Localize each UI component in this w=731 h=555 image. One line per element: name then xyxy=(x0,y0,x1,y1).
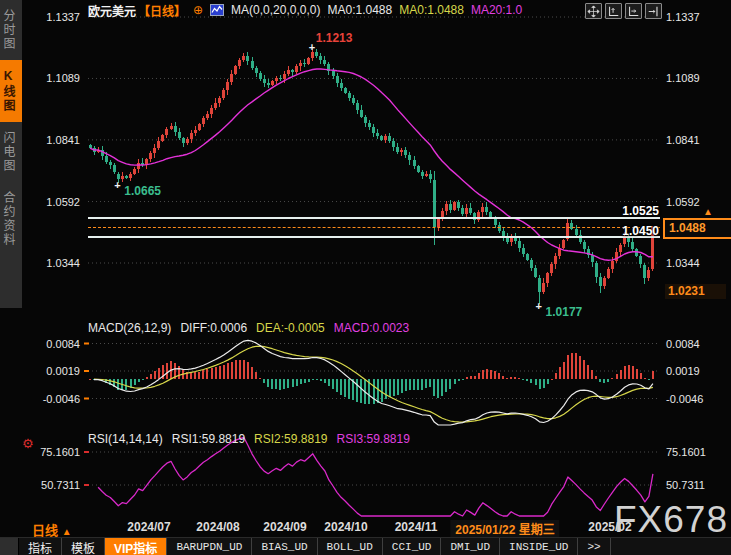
macd-diff-value: DIFF:0.0006 xyxy=(180,321,247,335)
y-axis-label: 0.0019 xyxy=(666,365,726,377)
ma0-value: MA0:1.0488 xyxy=(327,3,392,17)
tab-5[interactable]: BOLL_UD xyxy=(318,538,383,555)
annotation-high: 1.1213 xyxy=(316,31,353,45)
sidebar-item-3[interactable]: 合约资料 xyxy=(0,182,22,256)
sidebar: 分时图K线图闪电图合约资料 xyxy=(0,0,22,308)
y-axis-label: 1.0592 xyxy=(666,196,726,208)
app-window: 分时图K线图闪电图合约资料 欧元美元【日线】 ⊕ MA(0,0,20,0,0,0… xyxy=(0,0,731,555)
lower-ref-badge: 1.0231 xyxy=(665,284,726,299)
support-line[interactable] xyxy=(88,236,660,238)
rsi-name: RSI(14,14,14) xyxy=(88,432,163,446)
resistance-line-label: 1.0525 xyxy=(622,204,659,218)
y-axis-label: 1.0344 xyxy=(26,257,80,269)
y-axis-label: 0.0084 xyxy=(666,338,726,350)
sidebar-item-0[interactable]: 分时图 xyxy=(0,0,22,60)
x-axis-date-tick: 2024/07 xyxy=(127,520,170,534)
y-axis-label: 75.1601 xyxy=(666,446,726,458)
y-axis-label: 1.0592 xyxy=(26,196,80,208)
rsi2-value: RSI2:59.8819 xyxy=(254,432,327,446)
pan-icon[interactable] xyxy=(585,3,602,19)
rsi1-value: RSI1:59.8819 xyxy=(172,432,245,446)
macd-dea-value: DEA:-0.0005 xyxy=(256,321,325,335)
x-axis-date-tick: 2024/08 xyxy=(196,520,239,534)
tab-8[interactable]: INSIDE_UD xyxy=(500,538,578,555)
current-price-badge: 1.0488 xyxy=(663,218,731,239)
sidebar-item-2[interactable]: 闪电图 xyxy=(0,122,22,182)
y-axis-label: 1.0344 xyxy=(666,257,726,269)
y-axis-label: 0.0084 xyxy=(26,338,80,350)
tabbar-more-button[interactable]: >> xyxy=(578,538,610,555)
annotation-low: 1.0177 xyxy=(546,305,583,319)
y-axis-label: 1.0841 xyxy=(666,134,726,146)
ma0-value-yellow: MA0:1.0488 xyxy=(399,3,464,17)
y-axis-label: -0.0046 xyxy=(666,393,726,405)
sidebar-item-1[interactable]: K线图 xyxy=(0,60,22,122)
tabbar-corner xyxy=(0,538,19,555)
symbol-name: 欧元美元 xyxy=(88,2,136,19)
chart-header: 欧元美元【日线】 ⊕ MA(0,0,20,0,0,0) MA0:1.0488 M… xyxy=(88,2,522,18)
period-selector-label: 日线 xyxy=(32,523,58,538)
tab-7[interactable]: DMI_UD xyxy=(441,538,500,555)
fit-horizontal-icon[interactable] xyxy=(625,3,642,19)
price-up-arrow-icon: ▲ xyxy=(703,207,713,217)
y-axis-label: -0.0046 xyxy=(26,393,80,405)
tab-2[interactable]: VIP指标 xyxy=(105,538,167,555)
y-axis-label: 1.1089 xyxy=(666,72,726,84)
y-axis-label: 1.0841 xyxy=(26,134,80,146)
y-axis-label: 75.1601 xyxy=(26,446,80,458)
current-price-line xyxy=(88,227,660,228)
line-chart-icon xyxy=(210,4,224,16)
swing-high-marker: + xyxy=(309,42,315,52)
x-axis-date-tick: 2024/11 xyxy=(395,520,438,534)
macd-legend: MACD(26,12,9) DIFF:0.0006 DEA:-0.0005 MA… xyxy=(88,321,409,335)
fit-vertical-icon[interactable] xyxy=(605,3,622,19)
y-axis-label: 1.1337 xyxy=(26,11,80,23)
rsi-legend: RSI(14,14,14) RSI1:59.8819 RSI2:59.8819 … xyxy=(88,432,410,446)
tab-0[interactable]: 指标 xyxy=(19,538,62,555)
annotation-low: 1.0665 xyxy=(124,184,161,198)
swing-low-marker: + xyxy=(114,180,120,190)
ma-settings-label: MA(0,0,20,0,0,0) xyxy=(231,3,320,17)
x-axis-date-highlight: 2025/01/22 星期三 xyxy=(450,520,559,537)
chart-canvas[interactable] xyxy=(0,0,731,555)
y-axis-label: 0.0019 xyxy=(26,365,80,377)
tab-6[interactable]: CCI_UD xyxy=(383,538,442,555)
period-selector-arrow-icon: ▲ xyxy=(62,526,72,537)
ma20-value: MA20:1.0 xyxy=(471,3,522,17)
period-tag: 【日线】 xyxy=(138,2,186,19)
support-line-label: 1.0450 xyxy=(622,224,659,238)
x-axis-date-tick: 2024/10 xyxy=(324,520,367,534)
indicator-settings-gear-icon[interactable]: ⚙ xyxy=(22,436,34,451)
y-axis-label: 50.7311 xyxy=(26,479,80,491)
y-axis-label: 50.7311 xyxy=(666,479,726,491)
swing-low-marker: + xyxy=(536,301,542,311)
add-indicator-icon[interactable]: ⊕ xyxy=(193,3,203,17)
macd-bar-value: MACD:0.0023 xyxy=(334,321,409,335)
resistance-line[interactable] xyxy=(88,217,660,219)
y-axis-label: 1.1089 xyxy=(26,72,80,84)
rsi3-value: RSI3:59.8819 xyxy=(337,432,410,446)
goto-latest-icon[interactable] xyxy=(645,3,662,19)
indicator-tabbar: 指标模板VIP指标BARUPDN_UDBIAS_UDBOLL_UDCCI_UDD… xyxy=(0,537,731,555)
chart-toolbar xyxy=(585,3,662,19)
tab-1[interactable]: 模板 xyxy=(62,538,105,555)
y-axis-label: 1.1337 xyxy=(666,11,726,23)
x-axis-date-tick: 2024/09 xyxy=(263,520,306,534)
watermark: FX678 xyxy=(614,499,728,541)
tab-4[interactable]: BIAS_UD xyxy=(252,538,317,555)
tab-3[interactable]: BARUPDN_UD xyxy=(167,538,252,555)
macd-name: MACD(26,12,9) xyxy=(88,321,171,335)
